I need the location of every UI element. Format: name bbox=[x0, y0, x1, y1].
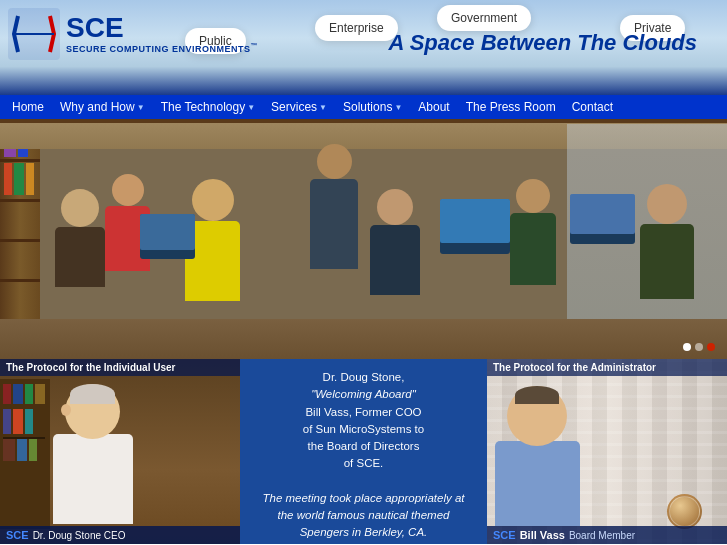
technology-arrow: ▼ bbox=[247, 103, 255, 112]
person-figure-6 bbox=[510, 179, 556, 285]
bottom-panels: The Protocol for the Individual User bbox=[0, 359, 727, 544]
nav-services[interactable]: Services ▼ bbox=[263, 100, 335, 114]
sce-logo-icon bbox=[8, 8, 60, 60]
slide-dot-1[interactable] bbox=[683, 343, 691, 351]
nav-home[interactable]: Home bbox=[4, 100, 52, 114]
person-figure-4 bbox=[310, 144, 358, 269]
logo-tagline: SECURE COMPUTING ENVIRONMENTS™ bbox=[66, 42, 258, 54]
slide-dot-3[interactable] bbox=[707, 343, 715, 351]
classroom-scene: Reference bbox=[0, 119, 727, 359]
panel-left-name: Dr. Doug Stone CEO bbox=[33, 530, 126, 541]
slide-indicators bbox=[683, 343, 715, 351]
panel-right-name: Bill Vass bbox=[520, 529, 565, 541]
nav-contact[interactable]: Contact bbox=[564, 100, 621, 114]
nav-technology[interactable]: The Technology ▼ bbox=[153, 100, 263, 114]
cloud-enterprise: Enterprise bbox=[315, 15, 398, 41]
panel-left-caption: SCE Dr. Doug Stone CEO bbox=[0, 526, 240, 544]
panel-left-photo bbox=[0, 359, 240, 544]
monitor-1 bbox=[140, 214, 195, 259]
nav-press-room[interactable]: The Press Room bbox=[458, 100, 564, 114]
solutions-arrow: ▼ bbox=[394, 103, 402, 112]
nav-why-how[interactable]: Why and How ▼ bbox=[52, 100, 153, 114]
person-figure-1 bbox=[55, 189, 105, 287]
logo-sce: SCE bbox=[66, 14, 258, 42]
panel-right-photo bbox=[487, 359, 727, 544]
person-figure-7 bbox=[640, 184, 694, 299]
panel-left: The Protocol for the Individual User bbox=[0, 359, 240, 544]
panel-middle-text: Dr. Doug Stone, "Welcoming Aboard" Bill … bbox=[262, 369, 464, 542]
cloud-government: Government bbox=[437, 5, 531, 31]
logo-text: SCE SECURE COMPUTING ENVIRONMENTS™ bbox=[66, 14, 258, 54]
why-how-arrow: ▼ bbox=[137, 103, 145, 112]
nav-about[interactable]: About bbox=[410, 100, 457, 114]
logo-area[interactable]: SCE SECURE COMPUTING ENVIRONMENTS™ bbox=[8, 8, 258, 60]
header-area: Public Enterprise Government Private SCE… bbox=[0, 0, 727, 95]
monitor-2 bbox=[440, 199, 510, 254]
panel-right-role: Board Member bbox=[569, 530, 635, 541]
globe-decoration bbox=[667, 494, 702, 529]
person-figure-5 bbox=[370, 189, 420, 295]
slide-dot-2[interactable] bbox=[695, 343, 703, 351]
panel-right-title: The Protocol for the Administrator bbox=[487, 359, 727, 376]
panel-right: The Protocol for the Administrator bbox=[487, 359, 727, 544]
panel-middle: Dr. Doug Stone, "Welcoming Aboard" Bill … bbox=[240, 359, 487, 544]
navbar: Home Why and How ▼ The Technology ▼ Serv… bbox=[0, 95, 727, 119]
monitor-3 bbox=[570, 194, 635, 244]
panel-left-title: The Protocol for the Individual User bbox=[0, 359, 240, 376]
panel-right-logo: SCE bbox=[493, 529, 516, 541]
services-arrow: ▼ bbox=[319, 103, 327, 112]
panel-right-caption: SCE Bill Vass Board Member bbox=[487, 526, 727, 544]
nav-solutions[interactable]: Solutions ▼ bbox=[335, 100, 410, 114]
main-hero-image: Reference bbox=[0, 119, 727, 359]
hero-tagline: A Space Between The Clouds bbox=[389, 30, 697, 56]
panel-left-logo: SCE bbox=[6, 529, 29, 541]
